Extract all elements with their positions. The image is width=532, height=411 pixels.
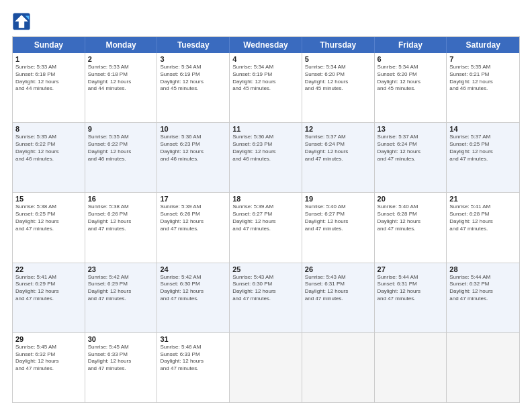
day-cell-19: 19Sunrise: 5:40 AM Sunset: 6:27 PM Dayli… <box>302 193 375 262</box>
day-info: Sunrise: 5:38 AM Sunset: 6:26 PM Dayligh… <box>88 203 154 232</box>
calendar: SundayMondayTuesdayWednesdayThursdayFrid… <box>12 36 520 403</box>
day-info: Sunrise: 5:45 AM Sunset: 6:32 PM Dayligh… <box>15 344 82 373</box>
day-cell-3: 3Sunrise: 5:34 AM Sunset: 6:19 PM Daylig… <box>157 53 230 122</box>
day-cell-23: 23Sunrise: 5:42 AM Sunset: 6:29 PM Dayli… <box>85 263 158 332</box>
day-cell-5: 5Sunrise: 5:34 AM Sunset: 6:20 PM Daylig… <box>302 53 375 122</box>
day-info: Sunrise: 5:34 AM Sunset: 6:20 PM Dayligh… <box>305 64 371 93</box>
day-info: Sunrise: 5:34 AM Sunset: 6:20 PM Dayligh… <box>378 64 444 93</box>
calendar-body: 1Sunrise: 5:33 AM Sunset: 6:18 PM Daylig… <box>13 53 519 402</box>
empty-cell-4-4 <box>302 333 375 402</box>
day-number: 10 <box>160 125 226 133</box>
day-cell-24: 24Sunrise: 5:42 AM Sunset: 6:30 PM Dayli… <box>157 263 230 332</box>
day-cell-7: 7Sunrise: 5:35 AM Sunset: 6:21 PM Daylig… <box>447 53 519 122</box>
day-cell-6: 6Sunrise: 5:34 AM Sunset: 6:20 PM Daylig… <box>375 53 447 122</box>
day-info: Sunrise: 5:37 AM Sunset: 6:24 PM Dayligh… <box>378 134 444 163</box>
day-number: 7 <box>449 55 517 63</box>
day-cell-13: 13Sunrise: 5:37 AM Sunset: 6:24 PM Dayli… <box>375 123 447 192</box>
day-info: Sunrise: 5:35 AM Sunset: 6:21 PM Dayligh… <box>449 64 517 93</box>
day-number: 29 <box>15 335 82 343</box>
day-info: Sunrise: 5:40 AM Sunset: 6:27 PM Dayligh… <box>305 203 371 232</box>
weekday-header-thursday: Thursday <box>302 37 375 53</box>
day-cell-8: 8Sunrise: 5:35 AM Sunset: 6:22 PM Daylig… <box>13 123 85 192</box>
day-cell-25: 25Sunrise: 5:43 AM Sunset: 6:30 PM Dayli… <box>230 263 302 332</box>
day-cell-9: 9Sunrise: 5:35 AM Sunset: 6:22 PM Daylig… <box>85 123 158 192</box>
day-number: 12 <box>305 125 371 133</box>
weekday-header-friday: Friday <box>375 37 447 53</box>
day-cell-11: 11Sunrise: 5:36 AM Sunset: 6:23 PM Dayli… <box>230 123 302 192</box>
day-info: Sunrise: 5:38 AM Sunset: 6:25 PM Dayligh… <box>15 203 82 232</box>
weekday-header-monday: Monday <box>85 37 158 53</box>
day-info: Sunrise: 5:42 AM Sunset: 6:29 PM Dayligh… <box>88 274 154 303</box>
day-info: Sunrise: 5:37 AM Sunset: 6:25 PM Dayligh… <box>449 134 517 163</box>
day-info: Sunrise: 5:46 AM Sunset: 6:33 PM Dayligh… <box>160 344 226 373</box>
day-info: Sunrise: 5:33 AM Sunset: 6:18 PM Dayligh… <box>88 64 154 93</box>
empty-cell-4-5 <box>375 333 447 402</box>
weekday-header-wednesday: Wednesday <box>230 37 302 53</box>
day-info: Sunrise: 5:39 AM Sunset: 6:26 PM Dayligh… <box>160 203 226 232</box>
day-number: 14 <box>449 125 517 133</box>
day-cell-31: 31Sunrise: 5:46 AM Sunset: 6:33 PM Dayli… <box>157 333 230 402</box>
calendar-row-3: 22Sunrise: 5:41 AM Sunset: 6:29 PM Dayli… <box>13 263 519 332</box>
day-number: 24 <box>160 265 226 273</box>
day-number: 26 <box>305 265 371 273</box>
day-number: 30 <box>88 335 154 343</box>
logo <box>12 12 35 31</box>
day-number: 13 <box>378 125 444 133</box>
day-cell-2: 2Sunrise: 5:33 AM Sunset: 6:18 PM Daylig… <box>85 53 158 122</box>
day-cell-4: 4Sunrise: 5:34 AM Sunset: 6:19 PM Daylig… <box>230 53 302 122</box>
day-info: Sunrise: 5:43 AM Sunset: 6:30 PM Dayligh… <box>232 274 299 303</box>
day-info: Sunrise: 5:36 AM Sunset: 6:23 PM Dayligh… <box>232 134 299 163</box>
day-cell-26: 26Sunrise: 5:43 AM Sunset: 6:31 PM Dayli… <box>302 263 375 332</box>
day-number: 27 <box>378 265 444 273</box>
day-info: Sunrise: 5:40 AM Sunset: 6:28 PM Dayligh… <box>378 203 444 232</box>
calendar-header: SundayMondayTuesdayWednesdayThursdayFrid… <box>13 37 519 53</box>
day-cell-18: 18Sunrise: 5:39 AM Sunset: 6:27 PM Dayli… <box>230 193 302 262</box>
day-cell-20: 20Sunrise: 5:40 AM Sunset: 6:28 PM Dayli… <box>375 193 447 262</box>
day-cell-28: 28Sunrise: 5:44 AM Sunset: 6:32 PM Dayli… <box>447 263 519 332</box>
day-cell-1: 1Sunrise: 5:33 AM Sunset: 6:18 PM Daylig… <box>13 53 85 122</box>
day-number: 6 <box>378 55 444 63</box>
day-number: 9 <box>88 125 154 133</box>
day-info: Sunrise: 5:34 AM Sunset: 6:19 PM Dayligh… <box>232 64 299 93</box>
day-number: 17 <box>160 195 226 203</box>
day-number: 19 <box>305 195 371 203</box>
day-cell-27: 27Sunrise: 5:44 AM Sunset: 6:31 PM Dayli… <box>375 263 447 332</box>
day-number: 5 <box>305 55 371 63</box>
day-info: Sunrise: 5:45 AM Sunset: 6:33 PM Dayligh… <box>88 344 154 373</box>
day-number: 3 <box>160 55 226 63</box>
page: SundayMondayTuesdayWednesdayThursdayFrid… <box>0 0 532 411</box>
day-cell-16: 16Sunrise: 5:38 AM Sunset: 6:26 PM Dayli… <box>85 193 158 262</box>
calendar-row-0: 1Sunrise: 5:33 AM Sunset: 6:18 PM Daylig… <box>13 53 519 122</box>
day-number: 15 <box>15 195 82 203</box>
weekday-header-tuesday: Tuesday <box>157 37 230 53</box>
day-number: 16 <box>88 195 154 203</box>
calendar-row-1: 8Sunrise: 5:35 AM Sunset: 6:22 PM Daylig… <box>13 122 519 192</box>
day-info: Sunrise: 5:35 AM Sunset: 6:22 PM Dayligh… <box>15 134 82 163</box>
empty-cell-4-3 <box>230 333 302 402</box>
day-info: Sunrise: 5:41 AM Sunset: 6:28 PM Dayligh… <box>449 203 517 232</box>
day-number: 28 <box>449 265 517 273</box>
day-info: Sunrise: 5:33 AM Sunset: 6:18 PM Dayligh… <box>15 64 82 93</box>
day-number: 18 <box>232 195 299 203</box>
day-info: Sunrise: 5:42 AM Sunset: 6:30 PM Dayligh… <box>160 274 226 303</box>
day-cell-12: 12Sunrise: 5:37 AM Sunset: 6:24 PM Dayli… <box>302 123 375 192</box>
day-cell-21: 21Sunrise: 5:41 AM Sunset: 6:28 PM Dayli… <box>447 193 519 262</box>
day-info: Sunrise: 5:44 AM Sunset: 6:31 PM Dayligh… <box>378 274 444 303</box>
day-number: 31 <box>160 335 226 343</box>
day-info: Sunrise: 5:39 AM Sunset: 6:27 PM Dayligh… <box>232 203 299 232</box>
day-info: Sunrise: 5:36 AM Sunset: 6:23 PM Dayligh… <box>160 134 226 163</box>
day-cell-29: 29Sunrise: 5:45 AM Sunset: 6:32 PM Dayli… <box>13 333 85 402</box>
calendar-row-2: 15Sunrise: 5:38 AM Sunset: 6:25 PM Dayli… <box>13 192 519 262</box>
header <box>12 12 520 31</box>
day-cell-30: 30Sunrise: 5:45 AM Sunset: 6:33 PM Dayli… <box>85 333 158 402</box>
weekday-header-saturday: Saturday <box>447 37 519 53</box>
day-number: 11 <box>232 125 299 133</box>
day-number: 23 <box>88 265 154 273</box>
day-info: Sunrise: 5:43 AM Sunset: 6:31 PM Dayligh… <box>305 274 371 303</box>
day-cell-17: 17Sunrise: 5:39 AM Sunset: 6:26 PM Dayli… <box>157 193 230 262</box>
day-cell-22: 22Sunrise: 5:41 AM Sunset: 6:29 PM Dayli… <box>13 263 85 332</box>
day-cell-14: 14Sunrise: 5:37 AM Sunset: 6:25 PM Dayli… <box>447 123 519 192</box>
day-number: 22 <box>15 265 82 273</box>
day-number: 25 <box>232 265 299 273</box>
day-number: 8 <box>15 125 82 133</box>
